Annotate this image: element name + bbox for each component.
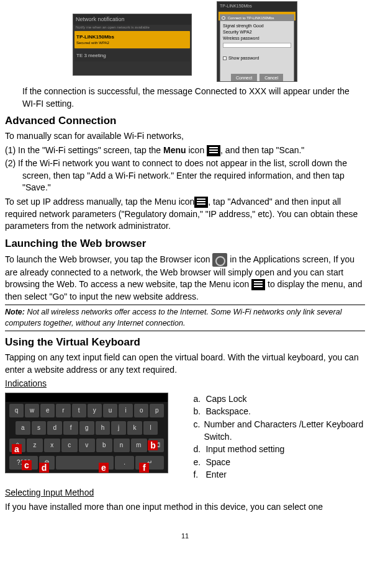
key: z — [27, 439, 43, 452]
separator-top — [5, 305, 365, 305]
note-label: Note: — [5, 308, 25, 316]
key: d — [47, 421, 62, 435]
key: y — [88, 404, 102, 417]
kb-row-2: asdfghjkl — [6, 419, 168, 437]
key: q — [9, 404, 24, 417]
key: m — [131, 439, 147, 452]
key: o — [134, 404, 148, 417]
dlg-show-row: Show password — [223, 55, 291, 61]
checkbox-icon — [223, 56, 227, 60]
dlg-cancel-btn: Cancel — [259, 74, 283, 82]
indications-label: Indications — [5, 378, 365, 390]
kb-topbar — [6, 393, 168, 402]
key: f — [63, 421, 78, 435]
notif-header: Network notification — [73, 14, 191, 25]
key: g — [79, 421, 94, 435]
note-body: Not all wireless networks offer access t… — [5, 308, 341, 327]
lg-b: Backspace. — [205, 406, 250, 418]
dlg-titlebar: TP-LINK150Mbs — [217, 2, 297, 11]
key: u — [103, 404, 117, 417]
lg-e-lab: e. — [193, 457, 205, 469]
key: s — [32, 421, 47, 435]
lg-d: Input method setting — [205, 443, 284, 456]
para-ip-manual: To set up IP address manually, tap the M… — [5, 196, 365, 233]
step-2: (2) If the Wi-Fi network you want to con… — [5, 158, 365, 194]
para-launch: To launch the Web browser, you tap the B… — [5, 253, 365, 303]
lg-f-lab: f. — [193, 469, 205, 481]
dlg-pass: Wireless password — [223, 35, 291, 42]
key: r — [56, 404, 70, 417]
page-number: 11 — [5, 532, 365, 541]
connect-dialog: Connect to TP-LINK150Mbs Signal strength… — [220, 14, 294, 82]
key: . — [115, 456, 134, 470]
wifi-icon — [222, 16, 225, 20]
key: v — [79, 439, 95, 452]
key: i — [119, 404, 133, 417]
keyboard-screenshot: qwertyuiop asdfghjkl ⇧zxcvbnm⌫ ?123⚙.↵ a… — [5, 393, 168, 473]
net-row-1-title: TP-LINK150Mbs — [76, 33, 188, 40]
heading-select-input-method: Selecting Input Method — [5, 487, 365, 499]
key: c — [61, 439, 78, 452]
note-line: Note: Not all wireless networks offer ac… — [5, 307, 365, 329]
separator-bottom — [5, 331, 365, 331]
key: x — [44, 439, 60, 452]
key: p — [150, 404, 164, 417]
heading-launch-browser: Launching the Web browser — [5, 236, 365, 251]
marker-d: d — [39, 463, 49, 473]
lg-c: Number and Characters /Letter Keyboard S… — [204, 419, 365, 443]
net-row-2-title: TE 3 meeting — [76, 52, 188, 59]
net-row-1: TP-LINK150Mbs Secured with WPA2 — [74, 31, 190, 48]
dlg-connect-btn: Connect — [231, 74, 257, 82]
dlg-sig: Signal strength Good — [223, 23, 291, 29]
key: l — [143, 421, 158, 435]
lg-c-lab: c. — [193, 419, 204, 443]
key: t — [72, 404, 86, 417]
dlg-show: Show password — [228, 55, 259, 61]
step1-d: , and then tap "Scan." — [220, 145, 304, 155]
para-vk: Tapping on any text input field can open… — [5, 352, 365, 376]
step1-c: icon — [186, 145, 207, 155]
marker-c: c — [22, 460, 32, 470]
kb-row-3: ⇧zxcvbnm⌫ — [6, 437, 168, 454]
marker-b: b — [148, 440, 158, 450]
lg-e: Space — [205, 457, 230, 469]
kb-row-1: qwertyuiop — [6, 402, 168, 419]
key: k — [127, 421, 142, 435]
step1-a: (1) In the "Wi-Fi settings" screen, tap … — [5, 145, 163, 155]
dlg-sec: Security WPA2 — [223, 29, 291, 35]
dlg-pass-field — [223, 43, 291, 48]
step-1: (1) In the "Wi-Fi settings" screen, tap … — [5, 145, 365, 157]
keyboard-legend: a.Caps Lock b.Backspace. c.Number and Ch… — [193, 393, 365, 482]
lg-a-lab: a. — [193, 393, 205, 406]
dlg-head-text: Connect to TP-LINK150Mbs — [228, 16, 274, 20]
key: a — [16, 421, 30, 435]
net-row-2: TE 3 meeting — [74, 50, 190, 61]
menu-icon — [194, 197, 208, 208]
notif-title: Network notification — [76, 16, 125, 24]
step1-menu-word: Menu — [163, 145, 186, 155]
lg-a: Caps Lock — [205, 393, 246, 406]
lg-d-lab: d. — [193, 443, 205, 456]
marker-f: f — [139, 463, 149, 473]
p4a: To launch the Web browser, you tap the B… — [5, 254, 212, 264]
marker-a: a — [12, 444, 22, 454]
screenshot-connect-dialog: TP-LINK150Mbs Connect to TP-LINK150Mbs S… — [217, 1, 297, 82]
heading-advanced-connection: Advanced Connection — [5, 114, 365, 128]
menu-icon — [251, 279, 265, 290]
dlg-head: Connect to TP-LINK150Mbs — [220, 15, 294, 21]
para-manual-scan: To manually scan for available Wi-Fi net… — [5, 130, 365, 143]
key: e — [40, 404, 55, 417]
screenshot-network-list: Network notification Notify me when an o… — [73, 14, 192, 76]
para-select-input: If you have installed more than one inpu… — [5, 501, 365, 514]
browser-icon — [212, 253, 227, 267]
heading-virtual-keyboard: Using the Virtual Keyboard — [5, 335, 365, 350]
lg-b-lab: b. — [193, 406, 205, 418]
p3a: To set up IP address manually, tap the M… — [5, 197, 194, 207]
menu-icon — [207, 145, 220, 156]
para-connected: If the connection is successful, the mes… — [5, 86, 365, 110]
key: h — [96, 421, 111, 435]
net-row-1-sub: Secured with WPA2 — [76, 40, 188, 45]
lg-f: Enter — [205, 469, 226, 481]
key: j — [111, 421, 126, 435]
key: n — [114, 439, 130, 452]
